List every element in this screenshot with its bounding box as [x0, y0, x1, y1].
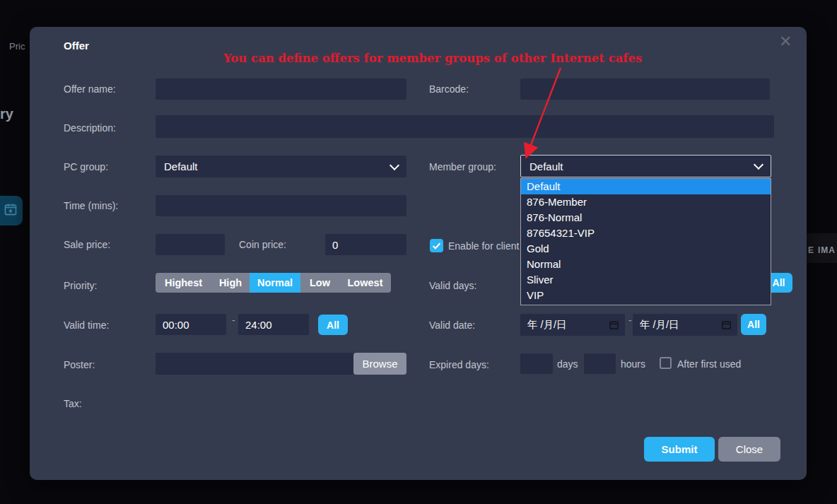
- poster-input[interactable]: [156, 353, 353, 375]
- after-first-used-label: After first used: [677, 358, 741, 370]
- barcode-label: Barcode:: [429, 83, 469, 95]
- priority-high-button[interactable]: High: [211, 273, 250, 293]
- range-dash: -: [232, 315, 235, 326]
- priority-segmented-control: Highest High Normal Low Lowest: [156, 273, 391, 293]
- range-dash: -: [628, 315, 632, 326]
- tax-label: Tax:: [64, 398, 82, 409]
- dropdown-option-876-member[interactable]: 876-Member: [521, 194, 771, 210]
- dropdown-option-vip[interactable]: VIP: [521, 288, 771, 303]
- valid-days-label: Valid days:: [429, 280, 476, 291]
- coin-price-input[interactable]: [325, 234, 406, 255]
- valid-time-from-input[interactable]: [156, 314, 226, 335]
- priority-label: Priority:: [64, 280, 97, 291]
- dropdown-option-876-normal[interactable]: 876-Normal: [521, 210, 771, 225]
- calendar-plus-icon: [4, 202, 18, 219]
- calendar-plus-button: [0, 196, 23, 225]
- sale-price-label: Sale price:: [64, 239, 110, 250]
- time-mins-input[interactable]: [156, 195, 406, 216]
- valid-date-label: Valid date:: [429, 320, 475, 331]
- offer-name-input[interactable]: [156, 78, 406, 100]
- priority-low-button[interactable]: Low: [300, 273, 339, 293]
- valid-time-label: Valid time:: [64, 320, 109, 331]
- valid-time-to-input[interactable]: [238, 314, 309, 335]
- date-placeholder: 年 /月/日: [640, 318, 679, 332]
- member-group-label: Member group:: [429, 161, 496, 172]
- after-first-used-checkbox[interactable]: [660, 357, 672, 369]
- sale-price-input[interactable]: [156, 234, 225, 255]
- calendar-icon[interactable]: [609, 320, 619, 330]
- valid-date-from-input[interactable]: 年 /月/日: [520, 314, 625, 336]
- dropdown-option-sliver[interactable]: Sliver: [521, 272, 771, 288]
- coin-price-label: Coin price:: [239, 239, 286, 250]
- pc-group-value: Default: [164, 160, 198, 172]
- background-col-header-ima: IMA: [818, 245, 836, 255]
- hours-unit-label: hours: [621, 358, 645, 370]
- description-input[interactable]: [156, 115, 774, 138]
- background-col-header-fragment: E: [808, 245, 814, 255]
- chevron-down-icon: [754, 160, 763, 170]
- enable-for-client-label: Enable for client: [448, 240, 526, 252]
- expired-hours-input[interactable]: [584, 353, 616, 374]
- member-group-value: Default: [529, 160, 563, 172]
- time-mins-label: Time (mins):: [64, 200, 118, 211]
- pc-group-select[interactable]: Default: [156, 156, 406, 177]
- expired-days-label: Expired days:: [429, 359, 489, 370]
- days-unit-label: days: [557, 358, 578, 370]
- browse-button[interactable]: Browse: [353, 353, 406, 375]
- background-nav-item-fragment: Pric: [9, 41, 25, 52]
- dropdown-option-normal[interactable]: Normal: [521, 257, 771, 272]
- close-icon[interactable]: ✕: [779, 35, 792, 49]
- valid-date-all-button[interactable]: All: [741, 314, 766, 335]
- calendar-icon[interactable]: [721, 320, 732, 330]
- barcode-input[interactable]: [520, 78, 770, 100]
- close-button[interactable]: Close: [718, 437, 780, 462]
- background-page-title-fragment: ry: [0, 106, 13, 122]
- priority-normal-button[interactable]: Normal: [250, 273, 300, 293]
- annotation-text: You can define offers for member groups …: [223, 52, 642, 65]
- pc-group-label: PC group:: [64, 161, 108, 172]
- dropdown-option-default[interactable]: Default: [521, 179, 771, 194]
- valid-date-to-input[interactable]: 年 /月/日: [633, 314, 737, 336]
- member-group-dropdown: Default 876-Member 876-Normal 87654321-V…: [520, 178, 771, 305]
- dialog-title: Offer: [64, 40, 89, 52]
- enable-for-client-checkbox[interactable]: [430, 239, 443, 252]
- member-group-select[interactable]: Default: [520, 155, 771, 177]
- chevron-down-icon: [390, 160, 399, 170]
- date-placeholder: 年 /月/日: [527, 318, 567, 332]
- offer-name-label: Offer name:: [64, 83, 116, 95]
- dropdown-option-gold[interactable]: Gold: [521, 241, 771, 257]
- priority-highest-button[interactable]: Highest: [156, 273, 211, 293]
- offer-dialog: Offer ✕ You can define offers for member…: [30, 27, 807, 480]
- valid-time-all-button[interactable]: All: [318, 315, 348, 335]
- submit-button[interactable]: Submit: [644, 437, 715, 462]
- priority-lowest-button[interactable]: Lowest: [339, 273, 391, 293]
- check-icon: [432, 241, 441, 250]
- description-label: Description:: [64, 122, 116, 134]
- poster-label: Poster:: [64, 359, 95, 370]
- expired-days-input[interactable]: [520, 353, 553, 374]
- dropdown-option-87654321-vip[interactable]: 87654321-VIP: [521, 225, 771, 241]
